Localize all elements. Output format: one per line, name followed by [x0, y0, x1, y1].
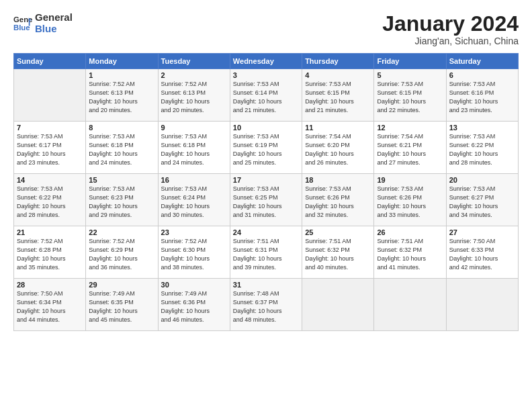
day-number: 15: [89, 176, 154, 184]
day-number: 31: [233, 281, 299, 289]
title-block: January 2024 Jiang'an, Sichuan, China: [382, 12, 519, 46]
day-cell: 4Sunrise: 7:53 AM Sunset: 6:15 PM Daylig…: [302, 69, 374, 122]
day-cell: 26Sunrise: 7:51 AM Sunset: 6:32 PM Dayli…: [374, 226, 446, 279]
header: General Blue General Blue January 2024 J…: [13, 12, 519, 46]
week-row-2: 7Sunrise: 7:53 AM Sunset: 6:17 PM Daylig…: [14, 122, 519, 174]
month-title: January 2024: [382, 12, 519, 36]
day-cell: 15Sunrise: 7:53 AM Sunset: 6:23 PM Dayli…: [86, 174, 158, 226]
day-number: 21: [17, 228, 83, 236]
logo-blue: Blue: [35, 24, 73, 35]
day-info: Sunrise: 7:52 AM Sunset: 6:13 PM Dayligh…: [161, 80, 227, 115]
header-thursday: Thursday: [302, 54, 374, 69]
day-cell: 5Sunrise: 7:53 AM Sunset: 6:15 PM Daylig…: [374, 69, 446, 122]
day-cell: 20Sunrise: 7:53 AM Sunset: 6:27 PM Dayli…: [446, 174, 518, 226]
day-cell: 6Sunrise: 7:53 AM Sunset: 6:16 PM Daylig…: [446, 69, 518, 122]
header-saturday: Saturday: [446, 54, 518, 69]
header-monday: Monday: [86, 54, 158, 69]
day-cell: 14Sunrise: 7:53 AM Sunset: 6:22 PM Dayli…: [14, 174, 86, 226]
day-info: Sunrise: 7:51 AM Sunset: 6:31 PM Dayligh…: [233, 237, 299, 272]
week-row-4: 21Sunrise: 7:52 AM Sunset: 6:28 PM Dayli…: [14, 226, 519, 279]
day-cell: 29Sunrise: 7:49 AM Sunset: 6:35 PM Dayli…: [86, 279, 158, 331]
day-cell: 2Sunrise: 7:52 AM Sunset: 6:13 PM Daylig…: [158, 69, 230, 122]
week-row-5: 28Sunrise: 7:50 AM Sunset: 6:34 PM Dayli…: [14, 279, 519, 331]
day-info: Sunrise: 7:53 AM Sunset: 6:18 PM Dayligh…: [161, 132, 227, 167]
day-cell: 31Sunrise: 7:48 AM Sunset: 6:37 PM Dayli…: [230, 279, 302, 331]
day-info: Sunrise: 7:50 AM Sunset: 6:34 PM Dayligh…: [17, 289, 83, 324]
logo: General Blue General Blue: [13, 12, 73, 34]
day-cell: 13Sunrise: 7:53 AM Sunset: 6:22 PM Dayli…: [446, 122, 518, 174]
day-info: Sunrise: 7:50 AM Sunset: 6:33 PM Dayligh…: [449, 237, 515, 272]
day-info: Sunrise: 7:53 AM Sunset: 6:23 PM Dayligh…: [89, 185, 154, 220]
day-info: Sunrise: 7:53 AM Sunset: 6:26 PM Dayligh…: [377, 185, 443, 220]
day-number: 26: [377, 228, 443, 236]
day-number: 30: [161, 281, 227, 289]
day-number: 14: [17, 176, 83, 184]
day-number: 10: [233, 124, 299, 132]
day-number: 25: [305, 228, 371, 236]
day-cell: 24Sunrise: 7:51 AM Sunset: 6:31 PM Dayli…: [230, 226, 302, 279]
day-number: 7: [17, 124, 83, 132]
week-row-3: 14Sunrise: 7:53 AM Sunset: 6:22 PM Dayli…: [14, 174, 519, 226]
day-info: Sunrise: 7:53 AM Sunset: 6:14 PM Dayligh…: [233, 80, 299, 115]
day-number: 28: [17, 281, 83, 289]
header-wednesday: Wednesday: [230, 54, 302, 69]
day-info: Sunrise: 7:53 AM Sunset: 6:22 PM Dayligh…: [17, 185, 83, 220]
day-info: Sunrise: 7:49 AM Sunset: 6:35 PM Dayligh…: [89, 289, 154, 324]
day-number: 17: [233, 176, 299, 184]
day-cell: 12Sunrise: 7:54 AM Sunset: 6:21 PM Dayli…: [374, 122, 446, 174]
day-info: Sunrise: 7:53 AM Sunset: 6:27 PM Dayligh…: [449, 185, 515, 220]
day-cell: 3Sunrise: 7:53 AM Sunset: 6:14 PM Daylig…: [230, 69, 302, 122]
logo-icon: General Blue: [13, 14, 32, 33]
day-cell: [14, 69, 86, 122]
day-number: 18: [305, 176, 371, 184]
day-number: 3: [233, 71, 299, 79]
day-cell: 27Sunrise: 7:50 AM Sunset: 6:33 PM Dayli…: [446, 226, 518, 279]
day-info: Sunrise: 7:48 AM Sunset: 6:37 PM Dayligh…: [233, 289, 299, 324]
day-info: Sunrise: 7:52 AM Sunset: 6:29 PM Dayligh…: [89, 237, 154, 272]
day-cell: 11Sunrise: 7:54 AM Sunset: 6:20 PM Dayli…: [302, 122, 374, 174]
day-cell: 30Sunrise: 7:49 AM Sunset: 6:36 PM Dayli…: [158, 279, 230, 331]
day-cell: 23Sunrise: 7:52 AM Sunset: 6:30 PM Dayli…: [158, 226, 230, 279]
day-info: Sunrise: 7:54 AM Sunset: 6:21 PM Dayligh…: [377, 132, 443, 167]
day-number: 29: [89, 281, 154, 289]
day-number: 2: [161, 71, 227, 79]
day-info: Sunrise: 7:54 AM Sunset: 6:20 PM Dayligh…: [305, 132, 371, 167]
week-row-1: 1Sunrise: 7:52 AM Sunset: 6:13 PM Daylig…: [14, 69, 519, 122]
day-cell: 10Sunrise: 7:53 AM Sunset: 6:19 PM Dayli…: [230, 122, 302, 174]
day-info: Sunrise: 7:52 AM Sunset: 6:13 PM Dayligh…: [89, 80, 154, 115]
day-number: 8: [89, 124, 154, 132]
day-info: Sunrise: 7:49 AM Sunset: 6:36 PM Dayligh…: [161, 289, 227, 324]
calendar-table: SundayMondayTuesdayWednesdayThursdayFrid…: [13, 53, 519, 331]
location-subtitle: Jiang'an, Sichuan, China: [382, 36, 519, 46]
day-cell: 8Sunrise: 7:53 AM Sunset: 6:18 PM Daylig…: [86, 122, 158, 174]
day-info: Sunrise: 7:53 AM Sunset: 6:22 PM Dayligh…: [449, 132, 515, 167]
day-cell: [374, 279, 446, 331]
day-number: 5: [377, 71, 443, 79]
day-number: 23: [161, 228, 227, 236]
day-number: 4: [305, 71, 371, 79]
day-cell: 16Sunrise: 7:53 AM Sunset: 6:24 PM Dayli…: [158, 174, 230, 226]
day-info: Sunrise: 7:53 AM Sunset: 6:24 PM Dayligh…: [161, 185, 227, 220]
day-cell: 25Sunrise: 7:51 AM Sunset: 6:32 PM Dayli…: [302, 226, 374, 279]
day-cell: 28Sunrise: 7:50 AM Sunset: 6:34 PM Dayli…: [14, 279, 86, 331]
day-number: 22: [89, 228, 154, 236]
day-cell: 21Sunrise: 7:52 AM Sunset: 6:28 PM Dayli…: [14, 226, 86, 279]
day-info: Sunrise: 7:51 AM Sunset: 6:32 PM Dayligh…: [377, 237, 443, 272]
header-friday: Friday: [374, 54, 446, 69]
day-number: 12: [377, 124, 443, 132]
day-number: 9: [161, 124, 227, 132]
calendar-header-row: SundayMondayTuesdayWednesdayThursdayFrid…: [14, 54, 519, 69]
day-info: Sunrise: 7:53 AM Sunset: 6:26 PM Dayligh…: [305, 185, 371, 220]
day-number: 27: [449, 228, 515, 236]
day-number: 24: [233, 228, 299, 236]
day-info: Sunrise: 7:53 AM Sunset: 6:19 PM Dayligh…: [233, 132, 299, 167]
day-number: 19: [377, 176, 443, 184]
day-number: 1: [89, 71, 154, 79]
header-tuesday: Tuesday: [158, 54, 230, 69]
logo-general: General: [35, 12, 73, 24]
day-number: 20: [449, 176, 515, 184]
day-cell: 17Sunrise: 7:53 AM Sunset: 6:25 PM Dayli…: [230, 174, 302, 226]
header-sunday: Sunday: [14, 54, 86, 69]
day-number: 16: [161, 176, 227, 184]
day-cell: [302, 279, 374, 331]
